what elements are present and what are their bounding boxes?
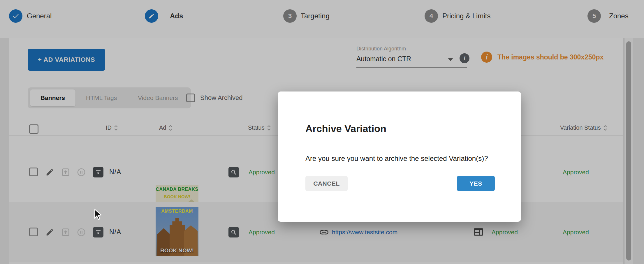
dialog-message: Are you sure you want to archive the sel… xyxy=(305,154,498,163)
dialog-title: Archive Variation xyxy=(305,123,386,134)
cursor-icon xyxy=(93,209,104,223)
archive-variation-dialog: Archive Variation Are you sure you want … xyxy=(278,91,521,222)
page: General Ads 3 Targeting 4 Pricing & Limi… xyxy=(0,0,644,264)
cancel-button[interactable]: CANCEL xyxy=(305,176,348,191)
yes-button[interactable]: YES xyxy=(457,176,495,191)
